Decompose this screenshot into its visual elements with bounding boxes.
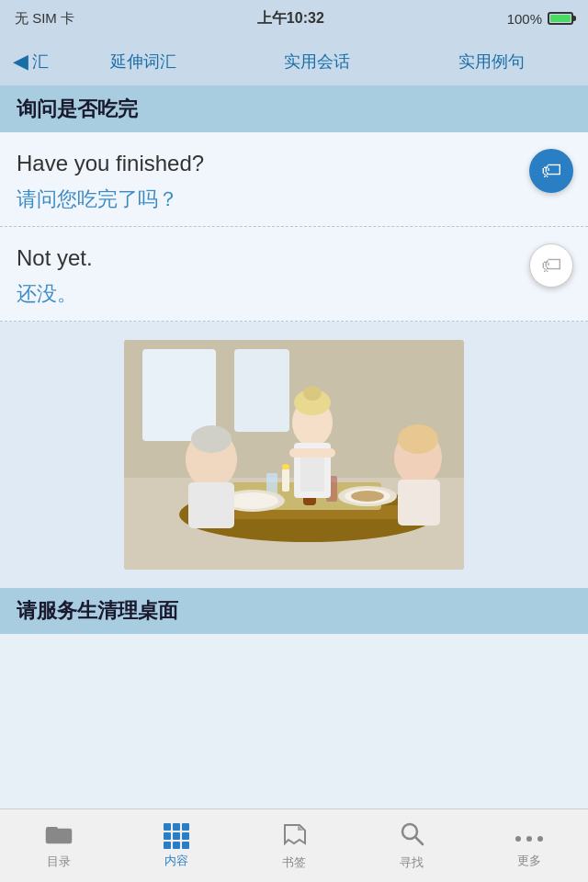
status-bar: 无 SIM 卡 上午10:32 100% — [0, 0, 588, 37]
svg-point-34 — [515, 836, 521, 842]
phrase1-english: Have you finished? — [17, 149, 516, 177]
section2-title: 请服务生清理桌面 — [17, 599, 178, 622]
search-icon — [399, 820, 424, 851]
tag-bookmark-icon — [281, 821, 307, 851]
nav-bar: ◀ 汇 延伸词汇 实用会话 实用例句 — [0, 37, 588, 86]
section2-header: 请服务生清理桌面 — [0, 588, 588, 634]
tab-item-catalog[interactable]: 目录 — [0, 809, 118, 882]
status-time: 上午10:32 — [257, 9, 324, 28]
status-carrier: 无 SIM 卡 — [15, 10, 74, 28]
section1-header: 询问是否吃完 — [0, 86, 588, 132]
battery-icon — [548, 12, 573, 25]
tab-bar: 目录 内容 书签 — [0, 808, 588, 882]
tab-more-label: 更多 — [517, 853, 541, 869]
tab-item-content[interactable]: 内容 — [118, 809, 235, 882]
restaurant-image — [124, 340, 464, 570]
tag-icon-active: 🏷 — [541, 159, 561, 183]
tab-content-label: 内容 — [164, 853, 188, 869]
status-battery-area: 100% — [507, 11, 573, 27]
tab-extend[interactable]: 延伸词汇 — [103, 45, 184, 78]
svg-point-26 — [303, 386, 322, 401]
image-section — [0, 322, 588, 588]
section1-title: 询问是否吃完 — [17, 97, 138, 120]
folder-icon — [44, 821, 74, 850]
phrase-card-1: Have you finished? 请问您吃完了吗？ 🏷 — [0, 132, 588, 227]
svg-point-23 — [398, 424, 438, 454]
svg-rect-29 — [289, 448, 335, 458]
tab-bookmark-label: 书签 — [282, 854, 306, 871]
svg-point-14 — [227, 492, 278, 509]
tab-example[interactable]: 实用例句 — [451, 45, 532, 78]
phrase2-text-group: Not yet. 还没。 — [17, 243, 571, 308]
svg-point-12 — [282, 464, 289, 469]
nav-tabs: 延伸词汇 实用会话 实用例句 — [56, 45, 588, 78]
phrase1-tag-button[interactable]: 🏷 — [529, 149, 573, 193]
grid-icon — [164, 823, 189, 849]
nav-back-button[interactable]: ◀ 汇 — [0, 50, 56, 74]
battery-percentage: 100% — [507, 11, 542, 27]
svg-rect-19 — [188, 482, 234, 528]
phrase-card-2: Not yet. 还没。 🏷 — [0, 227, 588, 322]
main-content: 询问是否吃完 Have you finished? 请问您吃完了吗？ 🏷 Not… — [0, 86, 588, 808]
restaurant-scene-svg — [124, 340, 464, 570]
tab-conversation[interactable]: 实用会话 — [277, 45, 357, 78]
svg-rect-11 — [282, 469, 289, 492]
tab-item-search[interactable]: 寻找 — [353, 809, 470, 882]
back-arrow-icon: ◀ — [13, 50, 28, 74]
svg-point-20 — [191, 425, 232, 453]
more-dots-icon — [514, 823, 544, 849]
tab-catalog-label: 目录 — [47, 854, 71, 870]
phrase2-chinese: 还没。 — [17, 281, 516, 308]
svg-rect-22 — [398, 480, 440, 526]
phrase2-tag-button[interactable]: 🏷 — [529, 243, 573, 288]
svg-rect-3 — [234, 349, 289, 432]
tag-icon-inactive: 🏷 — [541, 254, 561, 277]
tab-item-more[interactable]: 更多 — [470, 809, 588, 882]
svg-point-35 — [526, 836, 532, 842]
phrase1-text-group: Have you finished? 请问您吃完了吗？ — [17, 149, 571, 213]
svg-line-33 — [415, 837, 423, 844]
tab-item-bookmark[interactable]: 书签 — [235, 809, 353, 882]
phrase1-chinese: 请问您吃完了吗？ — [17, 187, 516, 213]
svg-point-36 — [537, 836, 543, 842]
svg-rect-31 — [46, 827, 58, 831]
nav-back-label: 汇 — [32, 51, 49, 73]
svg-point-17 — [351, 491, 384, 502]
phrase2-english: Not yet. — [17, 243, 516, 272]
tab-search-label: 寻找 — [400, 854, 424, 871]
